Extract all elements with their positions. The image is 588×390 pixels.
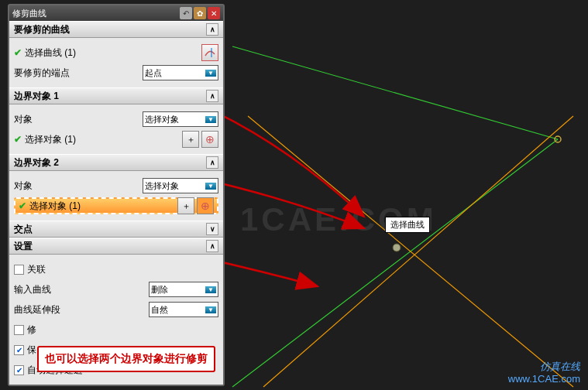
section-curve-to-trim[interactable]: 要修剪的曲线 ∧ (9, 21, 223, 38)
extend-label: 曲线延伸段 (14, 303, 60, 316)
object-type-select[interactable]: 选择对象▼ (143, 178, 218, 193)
dialog-title: 修剪曲线 (12, 8, 178, 19)
watermark: 仿真在线 www.1CAE.com (508, 361, 580, 385)
assoc-checkbox[interactable] (14, 265, 24, 275)
chevron-down-icon: ▼ (205, 116, 216, 123)
svg-point-5 (393, 244, 401, 251)
repair-label: 修 (27, 323, 36, 337)
svg-line-3 (248, 116, 573, 387)
check-icon: ✔ (14, 47, 22, 58)
section-intersection[interactable]: 交点 ∨ (9, 221, 223, 238)
chevron-down-icon: ▼ (205, 183, 216, 190)
endpoint-select[interactable]: 起点▼ (143, 65, 218, 80)
gear-icon[interactable]: ✿ (194, 7, 206, 19)
trim-curve-dialog: 修剪曲线 ↶ ✿ ✕ 要修剪的曲线 ∧ ✔ 选择曲线 (1) 要修剪的端点 起点… (8, 4, 225, 386)
annotation-callout: 也可以选择两个边界对象进行修剪 (37, 346, 215, 372)
autoselect-checkbox[interactable]: ✔ (14, 365, 24, 375)
keep-label: 保 (27, 344, 36, 357)
extend-select[interactable]: 自然▼ (149, 302, 218, 317)
select-object-label: 选择对象 (1) (29, 200, 81, 213)
select-curve-label: 选择曲线 (1) (25, 46, 76, 60)
input-curve-select[interactable]: 删除▼ (149, 282, 218, 297)
chevron-down-icon: ▼ (205, 286, 216, 293)
svg-point-2 (555, 136, 561, 142)
endpoint-label: 要修剪的端点 (14, 67, 70, 80)
chevron-up-icon[interactable]: ∧ (206, 240, 218, 252)
repair-checkbox[interactable] (14, 325, 24, 335)
add-icon[interactable]: ＋ (182, 131, 199, 148)
keep-checkbox[interactable]: ✔ (14, 345, 24, 355)
check-icon: ✔ (14, 134, 22, 145)
svg-line-1 (232, 139, 558, 387)
section-settings[interactable]: 设置 ∧ (9, 238, 223, 255)
tooltip-select-curve: 选择曲线 (385, 217, 430, 233)
select-curve-icon[interactable] (201, 44, 218, 61)
close-icon[interactable]: ✕ (208, 7, 220, 19)
undo-icon[interactable]: ↶ (180, 7, 192, 19)
chevron-down-icon[interactable]: ∨ (206, 223, 218, 235)
section-boundary-1[interactable]: 边界对象 1 ∧ (9, 87, 223, 104)
input-curve-label: 输入曲线 (14, 283, 51, 296)
target-icon[interactable]: ⊕ (201, 131, 218, 148)
assoc-label: 关联 (27, 263, 46, 276)
chevron-down-icon: ▼ (205, 306, 216, 313)
object-label: 对象 (14, 113, 33, 126)
select-object-label: 选择对象 (1) (25, 133, 76, 146)
chevron-up-icon[interactable]: ∧ (206, 23, 218, 36)
check-icon: ✔ (19, 200, 26, 211)
svg-line-4 (263, 116, 573, 387)
object-label: 对象 (14, 180, 33, 193)
dialog-titlebar[interactable]: 修剪曲线 ↶ ✿ ✕ (9, 5, 223, 21)
add-icon[interactable]: ＋ (177, 197, 194, 214)
chevron-up-icon[interactable]: ∧ (206, 90, 218, 102)
svg-line-0 (232, 46, 558, 139)
section-boundary-2[interactable]: 边界对象 2 ∧ (9, 154, 223, 171)
chevron-down-icon: ▼ (205, 70, 216, 77)
chevron-up-icon[interactable]: ∧ (206, 156, 218, 169)
object-type-select[interactable]: 选择对象▼ (143, 111, 218, 127)
target-icon[interactable]: ⊕ (197, 197, 214, 214)
